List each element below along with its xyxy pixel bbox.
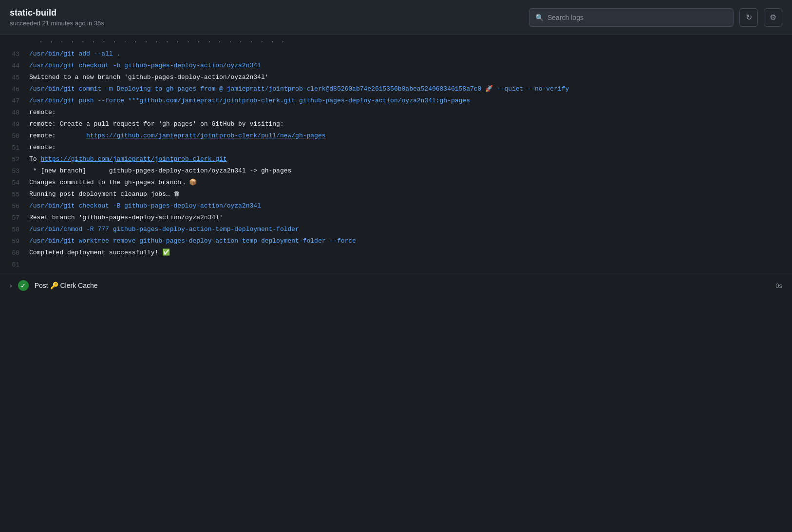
line-number: 56 xyxy=(0,201,29,212)
line-content: /usr/bin/git push --force ***github.com/… xyxy=(29,96,792,106)
footer-section: › ✓ Post 🔑 Clerk Cache 0s xyxy=(0,273,792,298)
line-number: 59 xyxy=(0,236,29,247)
page-title: static-build xyxy=(10,8,104,18)
line-number: 45 xyxy=(0,73,29,83)
refresh-button[interactable]: ↻ xyxy=(739,8,758,27)
line-number: 47 xyxy=(0,96,29,107)
line-number: 51 xyxy=(0,143,29,153)
line-number: 44 xyxy=(0,61,29,72)
line-content: /usr/bin/git add --all . xyxy=(29,49,792,59)
header-left: static-build succeeded 21 minutes ago in… xyxy=(10,8,104,27)
header-right: 🔍 Search logs ↻ ⚙ xyxy=(529,8,782,27)
log-line: 52 To https://github.com/jamiepratt/join… xyxy=(0,154,792,166)
line-content: * [new branch] github-pages-deploy-actio… xyxy=(29,166,792,176)
log-line: 55 Running post deployment cleanup jobs…… xyxy=(0,189,792,201)
refresh-icon: ↻ xyxy=(746,13,752,22)
log-line: 48 remote: xyxy=(0,107,792,119)
line-content: /usr/bin/git worktree remove github-page… xyxy=(29,236,792,247)
log-line: 50 remote: https://github.com/jamiepratt… xyxy=(0,131,792,142)
log-line: 51 remote: xyxy=(0,142,792,154)
log-line: 44 /usr/bin/git checkout -b github-pages… xyxy=(0,60,792,72)
log-line: 45 Switched to a new branch 'github-page… xyxy=(0,72,792,84)
line-number: 58 xyxy=(0,225,29,235)
line-content: Changes committed to the gh-pages branch… xyxy=(29,178,792,188)
line-content: Completed deployment successfully! ✅ xyxy=(29,248,792,258)
truncated-dots: · · · · · · · · · · · · · · · · · · · · … xyxy=(39,38,286,46)
success-check-icon: ✓ xyxy=(18,280,29,291)
log-line: 53 * [new branch] github-pages-deploy-ac… xyxy=(0,166,792,177)
header: static-build succeeded 21 minutes ago in… xyxy=(0,0,792,35)
line-number: 53 xyxy=(0,166,29,177)
line-content: remote: xyxy=(29,108,792,118)
line-number: 50 xyxy=(0,131,29,142)
log-line: 56 /usr/bin/git checkout -B github-pages… xyxy=(0,201,792,212)
line-number: 60 xyxy=(0,248,29,259)
line-number: 52 xyxy=(0,154,29,165)
log-line: 58 /usr/bin/chmod -R 777 github-pages-de… xyxy=(0,224,792,236)
check-mark: ✓ xyxy=(20,282,26,289)
search-box[interactable]: 🔍 Search logs xyxy=(529,8,734,27)
line-content: remote: https://github.com/jamiepratt/jo… xyxy=(29,131,792,141)
line-number: 57 xyxy=(0,213,29,224)
log-link[interactable]: https://github.com/jamiepratt/jointprob-… xyxy=(40,155,226,163)
line-content: remote: Create a pull request for 'gh-pa… xyxy=(29,119,792,130)
line-number: 54 xyxy=(0,178,29,189)
status-subtitle: succeeded 21 minutes ago in 35s xyxy=(10,19,104,27)
truncated-line-number xyxy=(10,42,39,42)
log-line: 60 Completed deployment successfully! ✅ xyxy=(0,247,792,259)
line-content: To https://github.com/jamiepratt/jointpr… xyxy=(29,154,792,165)
line-number: 49 xyxy=(0,119,29,130)
line-content: Switched to a new branch 'github-pages-d… xyxy=(29,73,792,83)
log-line: 46 /usr/bin/git commit -m Deploying to g… xyxy=(0,84,792,95)
search-icon: 🔍 xyxy=(535,14,544,21)
line-content: /usr/bin/git checkout -b github-pages-de… xyxy=(29,61,792,71)
line-content: Reset branch 'github-pages-deploy-action… xyxy=(29,213,792,223)
settings-button[interactable]: ⚙ xyxy=(764,8,782,27)
footer-duration: 0s xyxy=(775,282,782,289)
log-line: 54 Changes committed to the gh-pages bra… xyxy=(0,177,792,189)
log-link[interactable]: https://github.com/jamiepratt/jointprob-… xyxy=(86,132,325,139)
log-line: 57 Reset branch 'github-pages-deploy-act… xyxy=(0,212,792,224)
line-content: remote: xyxy=(29,143,792,153)
log-line: 59 /usr/bin/git worktree remove github-p… xyxy=(0,236,792,247)
line-number: 55 xyxy=(0,190,29,200)
log-line: 49 remote: Create a pull request for 'gh… xyxy=(0,119,792,131)
log-container: · · · · · · · · · · · · · · · · · · · · … xyxy=(0,35,792,271)
log-line: 61 xyxy=(0,259,792,271)
line-number: 46 xyxy=(0,84,29,95)
truncated-row: · · · · · · · · · · · · · · · · · · · · … xyxy=(0,35,792,49)
line-content: /usr/bin/chmod -R 777 github-pages-deplo… xyxy=(29,225,792,235)
line-content: /usr/bin/git checkout -B github-pages-de… xyxy=(29,201,792,211)
search-placeholder: Search logs xyxy=(547,14,584,21)
line-number: 43 xyxy=(0,49,29,60)
gear-icon: ⚙ xyxy=(770,13,776,22)
footer-job-label: Post 🔑 Clerk Cache xyxy=(35,282,98,289)
log-line: 47 /usr/bin/git push --force ***github.c… xyxy=(0,95,792,107)
line-content: /usr/bin/git commit -m Deploying to gh-p… xyxy=(29,84,792,95)
expand-chevron-icon[interactable]: › xyxy=(10,282,12,289)
line-number: 48 xyxy=(0,108,29,118)
line-number: 61 xyxy=(0,260,29,270)
line-content: Running post deployment cleanup jobs… 🗑 xyxy=(29,190,792,200)
log-line: 43 /usr/bin/git add --all . xyxy=(0,49,792,60)
